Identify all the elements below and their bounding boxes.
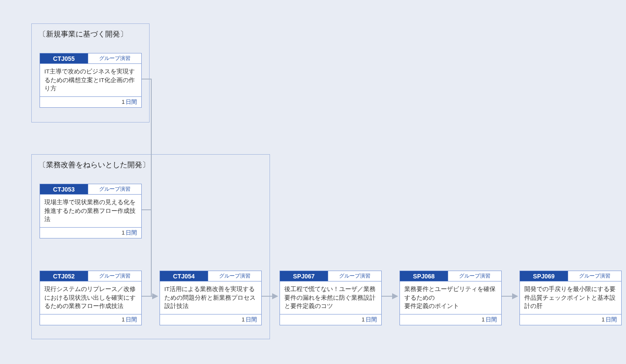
- duration-unit: 日間: [606, 316, 617, 323]
- course-duration: 1日間: [40, 228, 141, 238]
- group-title: 〔業務改善をねらいとした開発〕: [32, 155, 270, 173]
- duration-unit: 日間: [366, 316, 377, 323]
- course-card-ctj052[interactable]: CTJ052 グループ演習 現行システムのリプレース／改修における現状洗い出しを…: [40, 271, 142, 325]
- duration-unit: 日間: [126, 316, 137, 323]
- duration-unit: 日間: [126, 99, 137, 105]
- duration-number: 1: [602, 316, 605, 323]
- course-id: SPJ069: [520, 271, 568, 281]
- course-duration: 1日間: [160, 314, 261, 325]
- card-header: CTJ053 グループ演習: [40, 184, 141, 195]
- course-id: CTJ052: [40, 271, 88, 281]
- duration-number: 1: [362, 316, 365, 323]
- course-id: SPJ068: [400, 271, 448, 281]
- course-id: CTJ054: [160, 271, 208, 281]
- course-desc: 現場主導で現状業務の見える化を推進するための業務フロー作成技法: [40, 195, 141, 228]
- group-title: 〔新規事業に基づく開発〕: [32, 24, 149, 43]
- course-card-spj069[interactable]: SPJ069 グループ演習 開発での手戻りを最小限にする要件品質チェックポイント…: [519, 271, 622, 325]
- course-id: SPJ067: [280, 271, 328, 281]
- duration-number: 1: [122, 229, 125, 236]
- course-duration: 1日間: [400, 314, 501, 325]
- duration-number: 1: [242, 316, 245, 323]
- course-duration: 1日間: [40, 97, 141, 107]
- course-badge: グループ演習: [88, 53, 141, 63]
- duration-unit: 日間: [486, 316, 497, 323]
- duration-number: 1: [122, 316, 125, 323]
- card-header: CTJ055 グループ演習: [40, 53, 141, 64]
- course-desc: IT活用による業務改善を実現するための問題分析と新業務プロセス設計技法: [160, 281, 261, 314]
- duration-number: 1: [482, 316, 485, 323]
- course-card-ctj053[interactable]: CTJ053 グループ演習 現場主導で現状業務の見える化を推進するための業務フロ…: [40, 184, 142, 238]
- course-badge: グループ演習: [568, 271, 621, 281]
- course-badge: グループ演習: [88, 271, 141, 281]
- duration-unit: 日間: [246, 316, 257, 323]
- course-card-ctj054[interactable]: CTJ054 グループ演習 IT活用による業務改善を実現するための問題分析と新業…: [160, 271, 262, 325]
- course-card-ctj055[interactable]: CTJ055 グループ演習 IT主導で攻めのビジネスを実現するための構想立案とI…: [40, 53, 142, 108]
- course-desc: 業務要件とユーザビリティを確保するための 要件定義のポイント: [400, 281, 501, 314]
- course-badge: グループ演習: [208, 271, 261, 281]
- course-badge: グループ演習: [448, 271, 501, 281]
- card-header: CTJ052 グループ演習: [40, 271, 141, 281]
- duration-number: 1: [122, 99, 125, 105]
- card-header: SPJ069 グループ演習: [520, 271, 621, 281]
- course-duration: 1日間: [520, 314, 621, 325]
- course-id: CTJ053: [40, 184, 88, 194]
- course-desc: 後工程で慌てない！ユーザ／業務要件の漏れを未然に防ぐ業務設計と要件定義のコツ: [280, 281, 381, 314]
- course-desc: 開発での手戻りを最小限にする要件品質チェックポイントと基本設計の肝: [520, 281, 621, 314]
- duration-unit: 日間: [126, 229, 137, 236]
- course-badge: グループ演習: [88, 184, 141, 194]
- course-badge: グループ演習: [328, 271, 381, 281]
- course-card-spj067[interactable]: SPJ067 グループ演習 後工程で慌てない！ユーザ／業務要件の漏れを未然に防ぐ…: [280, 271, 382, 325]
- course-desc: 現行システムのリプレース／改修における現状洗い出しを確実にするための業務フロー作…: [40, 281, 141, 314]
- course-card-spj068[interactable]: SPJ068 グループ演習 業務要件とユーザビリティを確保するための 要件定義の…: [400, 271, 502, 325]
- course-duration: 1日間: [280, 314, 381, 325]
- course-desc: IT主導で攻めのビジネスを実現するための構想立案とIT化企画の作り方: [40, 64, 141, 97]
- course-id: CTJ055: [40, 53, 88, 63]
- card-header: SPJ067 グループ演習: [280, 271, 381, 281]
- card-header: CTJ054 グループ演習: [160, 271, 261, 281]
- course-duration: 1日間: [40, 314, 141, 325]
- card-header: SPJ068 グループ演習: [400, 271, 501, 281]
